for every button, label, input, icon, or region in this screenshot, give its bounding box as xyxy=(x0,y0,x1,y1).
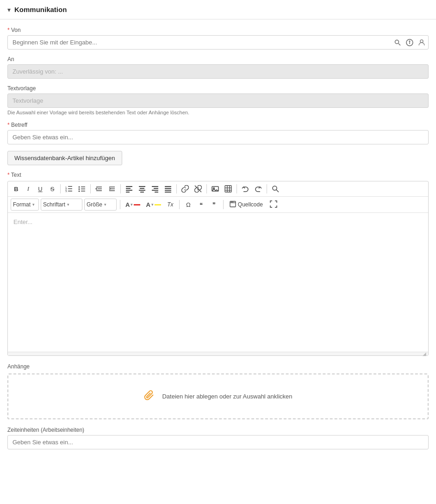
sep4 xyxy=(176,184,177,193)
von-search-icon[interactable] xyxy=(392,37,403,48)
search-button[interactable] xyxy=(269,183,281,194)
svg-rect-9 xyxy=(68,188,72,189)
unlink-button[interactable] xyxy=(192,183,204,194)
image-button[interactable] xyxy=(209,183,221,194)
redo-button[interactable] xyxy=(252,183,264,194)
sep7 xyxy=(267,184,267,193)
sep2 xyxy=(90,184,91,193)
underline-button[interactable]: U xyxy=(35,183,46,194)
svg-rect-32 xyxy=(152,186,158,187)
omega-button[interactable]: Ω xyxy=(183,199,194,210)
svg-line-1 xyxy=(399,44,400,45)
font-arrow: ▾ xyxy=(67,202,69,207)
sep8 xyxy=(120,200,120,209)
undo-button[interactable] xyxy=(239,183,251,194)
align-left-button[interactable] xyxy=(123,183,135,194)
editor-resize-handle[interactable]: ◢ xyxy=(8,352,428,355)
link-button[interactable] xyxy=(179,183,191,194)
ordered-list-button[interactable]: 1. 2. 3. xyxy=(63,183,75,194)
source-code-button[interactable]: Quellcode xyxy=(227,199,266,210)
svg-rect-33 xyxy=(154,188,158,189)
italic-button[interactable]: I xyxy=(23,183,34,194)
svg-point-0 xyxy=(395,40,399,44)
sep1 xyxy=(60,184,61,193)
source-icon xyxy=(230,201,236,209)
toolbar-row1: B I U S 1. 2. 3. xyxy=(8,181,428,197)
svg-rect-15 xyxy=(81,189,85,190)
betreff-field: Betreff xyxy=(7,122,429,144)
svg-line-40 xyxy=(195,186,201,192)
text-color-bar xyxy=(134,204,140,205)
dropzone-text: Dateien hier ablegen oder zur Auswahl an… xyxy=(162,393,292,400)
sep3 xyxy=(120,184,121,193)
sep6 xyxy=(237,184,237,193)
svg-rect-39 xyxy=(165,192,171,193)
size-select[interactable]: Größe ▾ xyxy=(84,199,117,211)
svg-rect-31 xyxy=(140,192,144,193)
svg-rect-38 xyxy=(165,190,171,191)
strikethrough-button[interactable]: S xyxy=(47,183,58,194)
file-dropzone[interactable]: Dateien hier ablegen oder zur Auswahl an… xyxy=(7,373,429,419)
zeiteinheiten-section: Zeiteinheiten (Arbeitseinheiten) xyxy=(7,427,429,449)
outdent-button[interactable] xyxy=(93,183,105,194)
betreff-label: Betreff xyxy=(7,122,429,128)
quote-close-button[interactable]: ❞ xyxy=(209,199,220,210)
svg-rect-34 xyxy=(152,190,158,191)
table-button[interactable] xyxy=(222,183,234,194)
textvorlage-label: Textvorlage xyxy=(7,85,429,92)
sep10 xyxy=(223,200,224,209)
svg-text:3.: 3. xyxy=(65,190,68,193)
add-article-button[interactable]: Wissensdatenbank-Artikel hinzufügen xyxy=(7,151,122,165)
an-input[interactable]: Zuverlässig von: ... xyxy=(7,64,429,79)
size-arrow: ▾ xyxy=(104,202,106,207)
betreff-input[interactable] xyxy=(7,130,429,144)
format-label: Format xyxy=(13,201,31,208)
bold-button[interactable]: B xyxy=(11,183,22,194)
sep5 xyxy=(206,184,207,193)
justify-button[interactable] xyxy=(162,183,174,194)
font-label: Schriftart xyxy=(43,201,65,208)
clear-format-button[interactable]: Tx xyxy=(165,199,176,210)
von-user-icon[interactable] xyxy=(417,37,427,48)
collapse-icon[interactable]: ▾ xyxy=(7,6,11,13)
font-select[interactable]: Schriftart ▾ xyxy=(41,199,82,211)
text-color-button[interactable]: A ▾ xyxy=(124,200,142,210)
zeiteinheiten-input[interactable] xyxy=(7,435,429,449)
svg-point-12 xyxy=(79,187,80,188)
anhaenge-section: Anhänge Dateien hier ablegen oder zur Au… xyxy=(7,363,429,419)
von-input[interactable] xyxy=(7,35,429,50)
toolbar-row2: Format ▾ Schriftart ▾ Größe ▾ A ▾ xyxy=(8,197,428,213)
text-label: * Text xyxy=(7,172,429,178)
svg-point-4 xyxy=(409,41,410,42)
section-title: Kommunikation xyxy=(14,6,67,13)
unordered-list-button[interactable] xyxy=(76,183,88,194)
svg-point-48 xyxy=(273,186,277,190)
svg-rect-13 xyxy=(81,187,85,187)
svg-rect-26 xyxy=(126,190,132,191)
text-color-icon: A xyxy=(125,201,130,208)
svg-rect-36 xyxy=(165,186,171,187)
svg-rect-17 xyxy=(81,191,85,192)
align-right-button[interactable] xyxy=(149,183,161,194)
indent-button[interactable] xyxy=(106,183,118,194)
svg-point-5 xyxy=(420,40,423,43)
svg-rect-25 xyxy=(126,188,131,189)
svg-rect-30 xyxy=(139,190,145,191)
textvorlage-field: Textvorlage Textvorlage Die Auswahl eine… xyxy=(7,85,429,115)
editor-body[interactable]: Enter... xyxy=(8,213,428,352)
quote-open-button[interactable]: ❝ xyxy=(196,199,207,210)
fullscreen-button[interactable] xyxy=(268,199,280,211)
textvorlage-input[interactable]: Textvorlage xyxy=(7,93,429,108)
svg-rect-27 xyxy=(126,192,130,193)
von-label: Von xyxy=(7,27,429,33)
format-select[interactable]: Format ▾ xyxy=(11,199,39,211)
svg-rect-24 xyxy=(126,186,132,187)
von-field: Von xyxy=(7,27,429,50)
an-field: An Zuverlässig von: ... xyxy=(7,56,429,79)
editor-placeholder: Enter... xyxy=(13,218,32,225)
von-info-icon[interactable] xyxy=(405,37,415,48)
align-center-button[interactable] xyxy=(136,183,148,194)
bg-color-button[interactable]: A ▾ xyxy=(144,200,162,210)
svg-rect-7 xyxy=(68,186,72,187)
format-arrow: ▾ xyxy=(32,202,35,207)
